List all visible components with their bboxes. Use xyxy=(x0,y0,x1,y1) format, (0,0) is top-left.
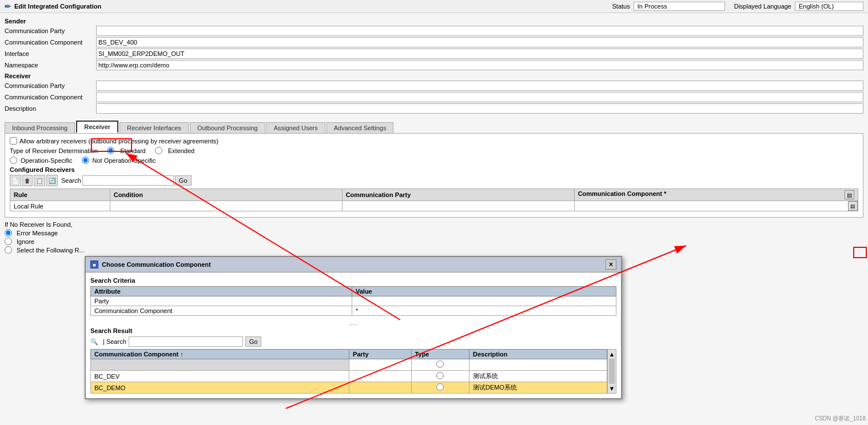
col-rule: Rule xyxy=(10,189,110,201)
receiver-comm-component-input[interactable] xyxy=(96,92,863,102)
receiver-type-row: Type of Receiver Determination Standard … xyxy=(10,147,858,154)
tab-receiver[interactable]: Receiver xyxy=(76,121,118,133)
tab-outbound-processing[interactable]: Outbound Processing xyxy=(190,122,265,133)
scrollbar-thumb[interactable] xyxy=(609,359,615,384)
receiver-comm-party-row: Communication Party xyxy=(5,81,863,91)
sender-interface-row: Interface xyxy=(5,49,863,59)
type-extended-radio[interactable] xyxy=(155,147,162,154)
receiver-section-title: Receiver xyxy=(5,73,863,79)
result-row-1-type[interactable] xyxy=(411,359,469,371)
result-party-header: Party xyxy=(349,350,412,359)
receivers-toolbar: 📄 🗑 📋 🔄 Search Go xyxy=(10,175,858,186)
cell-lookup-btn[interactable]: ▤ xyxy=(848,201,858,211)
tab-assigned-users[interactable]: Assigned Users xyxy=(266,122,325,133)
dialog-search-icon: 🔍 xyxy=(90,338,98,346)
criteria-comm-component-value[interactable] xyxy=(352,306,616,316)
select-following-radio[interactable] xyxy=(5,246,12,254)
sender-namespace-row: Namespace xyxy=(5,60,863,70)
result-row-3-component[interactable]: BC_DEMO xyxy=(91,382,349,394)
dialog-title-bar: ■ Choose Communication Component × xyxy=(86,257,621,272)
scrollbar-down-arrow[interactable]: ▼ xyxy=(609,385,615,392)
sender-comm-party-label: Communication Party xyxy=(5,27,96,34)
comm-party-cell[interactable] xyxy=(342,201,574,211)
allow-arbitrary-row: Allow arbitrary receivers (outbound proc… xyxy=(10,137,858,145)
tab-inbound-processing[interactable]: Inbound Processing xyxy=(5,122,75,133)
op-specific-radio[interactable] xyxy=(10,157,17,164)
col-comm-component: Communication Component * ▤ xyxy=(574,189,858,201)
receiver-desc-label: Description xyxy=(5,105,96,112)
lang-label: Displayed Language xyxy=(734,3,791,10)
sender-comm-party-row: Communication Party xyxy=(5,26,863,36)
no-receiver-label: If No Receiver Is Found, xyxy=(5,221,73,228)
dialog-search-go[interactable]: Go xyxy=(245,336,262,347)
tab-receiver-interfaces[interactable]: Receiver Interfaces xyxy=(120,122,189,133)
op-specific-group: Operation-Specific xyxy=(10,157,73,164)
select-following-row: Select the Following R... xyxy=(5,246,863,254)
add-row-btn[interactable]: 📄 xyxy=(10,175,21,186)
allow-arbitrary-label: Allow arbitrary receivers (outbound proc… xyxy=(19,138,218,145)
result-row-3-desc: 测试DEMO系统 xyxy=(469,382,607,394)
not-op-specific-group: Not Operation-Specific xyxy=(82,157,156,164)
result-desc-header: Description xyxy=(469,350,607,359)
search-label: Search xyxy=(61,177,81,184)
tab-assigned-users-label: Assigned Users xyxy=(274,125,318,131)
receiver-desc-row: Description xyxy=(5,103,863,114)
col-condition: Condition xyxy=(110,189,342,201)
delete-row-btn[interactable]: 🗑 xyxy=(22,175,33,186)
ignore-row: Ignore xyxy=(5,238,863,245)
sender-comm-party-input[interactable] xyxy=(96,26,863,36)
dialog-search-label: | Search xyxy=(103,338,126,345)
criteria-party-row: Party xyxy=(91,296,616,306)
watermark: CSDN @赛诺_1018 xyxy=(815,415,866,423)
op-specific-label: Operation-Specific xyxy=(21,157,73,164)
result-scrollbar[interactable]: ▲ ▼ xyxy=(607,349,616,394)
not-op-specific-label: Not Operation-Specific xyxy=(93,157,156,164)
ignore-radio[interactable] xyxy=(5,238,12,245)
scrollbar-up-arrow[interactable]: ▲ xyxy=(609,351,615,358)
rule-cell: Local Rule xyxy=(10,201,110,211)
result-row-1-component[interactable] xyxy=(91,359,349,371)
type-label: Type of Receiver Determination xyxy=(10,147,98,154)
operation-specific-row: Operation-Specific Not Operation-Specifi… xyxy=(10,157,858,164)
sender-interface-input[interactable] xyxy=(96,49,863,59)
receivers-table-wrapper: Rule Condition Communication Party Commu… xyxy=(10,189,858,211)
criteria-party-value[interactable] xyxy=(352,296,616,306)
select-following-label: Select the Following R... xyxy=(17,247,85,254)
refresh-icon: 🔄 xyxy=(49,178,55,184)
tab-outbound-label: Outbound Processing xyxy=(197,125,258,131)
criteria-table: Attribute Value Party Communication Comp… xyxy=(90,286,616,316)
result-row-3-type[interactable] xyxy=(411,382,469,394)
sender-namespace-input[interactable] xyxy=(96,60,863,70)
type-standard-radio[interactable] xyxy=(107,147,114,154)
result-row-1-party xyxy=(349,359,412,371)
result-row-2-component[interactable]: BC_DEV xyxy=(91,371,349,382)
result-row-3-party xyxy=(349,382,412,394)
refresh-btn[interactable]: 🔄 xyxy=(46,175,58,186)
receivers-search-input[interactable] xyxy=(82,175,174,186)
sender-comm-component-label: Communication Component xyxy=(5,39,96,46)
result-row-2-type[interactable] xyxy=(411,371,469,382)
configured-receivers-title: Configured Receivers xyxy=(10,166,858,173)
tab-receiver-label: Receiver xyxy=(84,123,110,130)
lang-group: Displayed Language English (OL) xyxy=(734,2,863,11)
allow-arbitrary-checkbox[interactable] xyxy=(10,137,17,145)
condition-cell[interactable] xyxy=(110,201,342,211)
comm-component-lookup-btn[interactable]: ▤ xyxy=(845,190,854,199)
copy-row-btn[interactable]: 📋 xyxy=(34,175,45,186)
dialog-search-input[interactable] xyxy=(129,336,243,347)
tab-advanced-settings[interactable]: Advanced Settings xyxy=(327,122,394,133)
tab-inner: Allow arbitrary receivers (outbound proc… xyxy=(5,134,863,217)
dialog-close-btn[interactable]: × xyxy=(606,259,616,270)
receiver-desc-input[interactable] xyxy=(96,103,863,114)
criteria-value-header: Value xyxy=(352,287,616,296)
sender-comm-component-input[interactable] xyxy=(96,37,863,47)
receivers-search-go[interactable]: Go xyxy=(175,175,192,186)
not-op-specific-radio[interactable] xyxy=(82,157,89,164)
error-message-radio[interactable] xyxy=(5,229,12,236)
comm-component-cell[interactable]: ▤ xyxy=(574,201,858,211)
receiver-comm-component-label: Communication Component xyxy=(5,94,96,101)
search-criteria-title: Search Criteria xyxy=(90,277,616,284)
title-bar: ✏ Edit Integrated Configuration Status I… xyxy=(0,0,868,13)
receiver-comm-party-input[interactable] xyxy=(96,81,863,91)
status-group: Status In Process xyxy=(612,2,725,11)
